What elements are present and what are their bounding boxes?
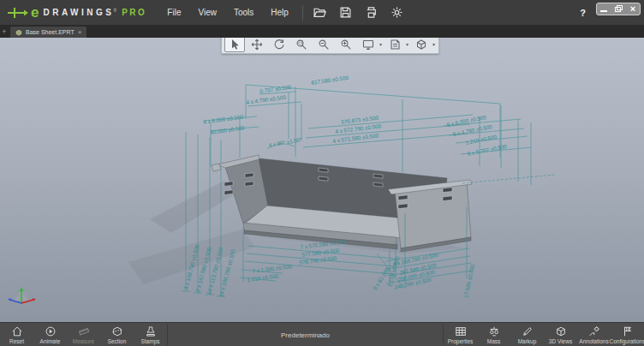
edrawings-window: e DRAWINGS ® PRO FileViewToolsHelp ? × +… <box>0 0 644 346</box>
menu-help[interactable]: Help <box>262 3 297 21</box>
zoom-out-tool[interactable] <box>313 36 334 52</box>
statusbar-left-tools: ResetAnimateMeasureSectionStamps <box>0 323 167 346</box>
print-button[interactable] <box>363 4 380 21</box>
toolbar-separator <box>302 5 303 21</box>
zoom-area-icon <box>295 39 307 51</box>
stamp-icon <box>389 39 401 51</box>
options-button[interactable] <box>389 4 406 21</box>
restore-icon[interactable] <box>614 5 623 13</box>
annotations-icon <box>588 325 600 337</box>
configurations-tool[interactable]: Configurations <box>611 323 644 346</box>
tool-label: Mass <box>487 338 501 344</box>
logo-e: e <box>31 5 39 20</box>
edrawings-logo-icon <box>7 6 29 20</box>
configurations-icon <box>622 325 634 337</box>
pan-icon <box>251 39 263 51</box>
menu-file[interactable]: File <box>158 3 189 21</box>
print-icon <box>365 6 378 19</box>
section-icon <box>111 325 123 337</box>
stamp-tool[interactable] <box>385 36 405 52</box>
menu-tools[interactable]: Tools <box>225 3 262 21</box>
part-document-icon <box>15 29 22 36</box>
statusbar-right-tools: PropertiesMassMarkup3D ViewsAnnotationsC… <box>444 323 644 346</box>
tool-label: Reset <box>9 338 24 344</box>
animate-icon <box>45 325 57 337</box>
select-icon <box>229 39 241 51</box>
rotate-tool[interactable] <box>269 36 289 52</box>
markup-icon <box>522 325 534 337</box>
display-icon <box>362 39 374 51</box>
tool-label: Properties <box>448 338 474 344</box>
close-icon[interactable]: × <box>629 5 637 13</box>
open-icon <box>313 6 326 19</box>
minimize-icon[interactable] <box>599 5 608 13</box>
titlebar: e DRAWINGS ® PRO FileViewToolsHelp ? × <box>0 0 644 25</box>
reset-tool[interactable]: Reset <box>0 323 33 346</box>
save-button[interactable] <box>337 4 355 21</box>
axis-triad <box>8 288 36 303</box>
titlebar-right: ? × <box>580 8 641 18</box>
standard-views-icon <box>415 39 427 51</box>
menu-view[interactable]: View <box>189 3 225 21</box>
options-icon <box>391 6 403 19</box>
window-controls: × <box>596 3 641 15</box>
add-tab-button[interactable]: + <box>0 27 9 36</box>
tool-label: Measure <box>73 338 94 344</box>
measure-tool: Measure <box>67 323 100 346</box>
reset-icon <box>11 325 23 337</box>
configuration-area[interactable]: Predeterminado <box>168 323 443 346</box>
logo-registered-mark: ® <box>113 8 116 13</box>
zoom-out-icon <box>318 39 330 51</box>
tool-label: Configurations <box>610 338 644 344</box>
tool-label: Markup <box>518 338 537 344</box>
tab-label: Base Sheet.EPRT <box>26 29 75 35</box>
tab-base-sheet[interactable]: Base Sheet.EPRT × <box>10 27 86 38</box>
select-tool[interactable] <box>224 36 245 52</box>
rotate-icon <box>273 39 285 51</box>
tool-label: 3D Views <box>549 338 572 344</box>
annotations-tool[interactable]: Annotations <box>577 323 611 346</box>
tool-label: Section <box>108 338 127 344</box>
zoom-area-tool[interactable] <box>291 36 312 52</box>
3d-model[interactable] <box>212 155 472 252</box>
stamp-dropdown-caret[interactable]: ▾ <box>406 41 408 47</box>
tab-close-icon[interactable]: × <box>78 29 82 36</box>
logo-drawings: DRAWINGS <box>43 8 114 17</box>
mass-tool[interactable]: Mass <box>477 323 510 346</box>
animate-tool[interactable]: Animate <box>33 323 67 346</box>
mass-icon <box>488 325 500 337</box>
display-tool[interactable] <box>358 36 379 52</box>
tab-bar: + Base Sheet.EPRT × <box>0 25 644 38</box>
tool-label: Animate <box>40 338 61 344</box>
zoom-in-tool[interactable] <box>336 36 356 52</box>
properties-tool[interactable]: Properties <box>444 323 477 346</box>
stamps-tool[interactable]: Stamps <box>134 323 167 346</box>
zoom-in-icon <box>340 39 352 51</box>
viewport-3d[interactable]: 617.580 ±0.5000.707 ±0.5004 x 4.790 ±0.5… <box>0 38 644 322</box>
display-dropdown-caret[interactable]: ▾ <box>379 41 382 47</box>
properties-icon <box>455 325 467 337</box>
titlebar-toolbar <box>312 4 406 21</box>
stamps-icon <box>145 325 157 337</box>
standard-views-tool[interactable] <box>411 36 432 52</box>
menu-bar: FileViewToolsHelp <box>158 3 297 21</box>
tool-label: Stamps <box>140 338 159 344</box>
status-bar: ResetAnimateMeasureSectionStamps Predete… <box>0 322 644 346</box>
pan-tool[interactable] <box>247 36 267 52</box>
standard-views-dropdown-caret[interactable]: ▾ <box>432 41 435 47</box>
save-icon <box>339 6 352 19</box>
markup-tool[interactable]: Markup <box>510 323 544 346</box>
configuration-name[interactable]: Predeterminado <box>281 331 330 339</box>
3d-views-tool[interactable]: 3D Views <box>544 323 577 346</box>
tool-label: Annotations <box>579 338 608 344</box>
measure-icon <box>78 325 90 337</box>
open-button[interactable] <box>312 4 329 21</box>
logo-pro: PRO <box>122 8 146 17</box>
app-logo: e DRAWINGS ® PRO <box>7 5 146 20</box>
section-tool[interactable]: Section <box>100 323 134 346</box>
views3d-icon <box>555 325 567 337</box>
help-button[interactable]: ? <box>580 8 586 18</box>
